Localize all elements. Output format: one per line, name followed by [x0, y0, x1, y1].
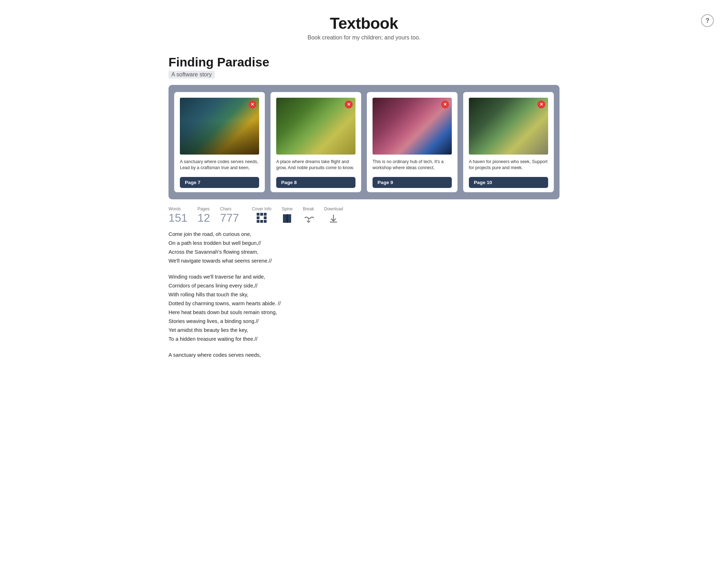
page-image-8: [276, 98, 355, 155]
words-value: 151: [168, 212, 187, 223]
page-badge-10[interactable]: Page 10: [469, 177, 548, 188]
page-description-9: This is no ordinary hub of tech, It's a …: [373, 159, 452, 174]
page-description-10: A haven for pioneers who seek, Support f…: [469, 159, 548, 174]
qr-cell: [264, 216, 267, 219]
app-subtitle: Book creation for my children; and yours…: [7, 34, 721, 41]
svg-rect-0: [283, 214, 287, 223]
cover-info-label: Cover Info: [252, 206, 271, 211]
close-button-10[interactable]: ✕: [537, 101, 545, 108]
stat-chars: Chars 777: [220, 206, 239, 223]
page-image-wrapper-8: ✕: [276, 98, 355, 155]
page-image-wrapper-7: ✕: [180, 98, 259, 155]
poem-section: Come join the road, oh curious one, On a…: [168, 230, 560, 360]
page-image-9: [373, 98, 452, 155]
page-image-wrapper-10: ✕: [469, 98, 548, 155]
poem-stanza-2: Winding roads we'll traverse far and wid…: [168, 273, 560, 344]
page-card-7: ✕ A sanctuary where codes serves needs, …: [174, 92, 265, 192]
header: Textbook Book creation for my children; …: [0, 0, 728, 48]
main-content: Finding Paradise A software story ✕ A sa…: [154, 55, 574, 360]
book-subtitle: A software story: [168, 71, 215, 79]
qr-cell: [257, 213, 259, 216]
pages-grid: ✕ A sanctuary where codes serves needs, …: [168, 85, 560, 199]
close-button-9[interactable]: ✕: [441, 101, 449, 108]
page-badge-8[interactable]: Page 8: [276, 177, 355, 188]
page-badge-9[interactable]: Page 9: [373, 177, 452, 188]
stat-pages: Pages 12: [197, 206, 210, 223]
qr-cell: [264, 220, 267, 223]
qr-cell: [257, 220, 259, 223]
break-icon: [303, 213, 314, 224]
download-button[interactable]: Download: [324, 206, 343, 224]
close-button-7[interactable]: ✕: [248, 101, 256, 108]
book-title: Finding Paradise: [168, 55, 560, 69]
page-description-7: A sanctuary where codes serves needs, Le…: [180, 159, 259, 174]
page-image-wrapper-9: ✕: [373, 98, 452, 155]
close-button-8[interactable]: ✕: [345, 101, 353, 108]
qr-cell: [260, 213, 263, 216]
page-image-10: [469, 98, 548, 155]
page-card-10: ✕ A haven for pioneers who seek, Support…: [463, 92, 554, 192]
break-button[interactable]: Break: [303, 206, 314, 224]
words-label: Words: [168, 206, 181, 211]
cover-info-button[interactable]: Cover Info: [252, 206, 271, 223]
svg-rect-2: [287, 214, 288, 223]
pages-label: Pages: [197, 206, 209, 211]
download-icon: [328, 213, 339, 224]
qr-cell: [260, 220, 263, 223]
help-button[interactable]: ?: [701, 14, 714, 27]
qr-cell: [264, 213, 267, 216]
poem-stanza-1: Come join the road, oh curious one, On a…: [168, 230, 560, 265]
page-description-8: A place where dreams take flight and gro…: [276, 159, 355, 174]
qr-cell: [257, 216, 259, 219]
pages-value: 12: [197, 212, 210, 223]
spine-button[interactable]: Spine: [282, 206, 293, 224]
app-title: Textbook: [7, 14, 721, 32]
download-label: Download: [324, 206, 343, 211]
page-badge-7[interactable]: Page 7: [180, 177, 259, 188]
spine-label: Spine: [282, 206, 293, 211]
poem-stanza-3: A sanctuary where codes serves needs,: [168, 351, 560, 360]
book-icon: [282, 213, 293, 224]
stat-words: Words 151: [168, 206, 187, 223]
stats-bar: Words 151 Pages 12 Chars 777 Cover Info: [168, 206, 560, 224]
page-card-8: ✕ A place where dreams take flight and g…: [271, 92, 361, 192]
qr-cell: [260, 216, 263, 219]
break-label: Break: [303, 206, 314, 211]
chars-label: Chars: [220, 206, 231, 211]
page-card-9: ✕ This is no ordinary hub of tech, It's …: [367, 92, 457, 192]
qr-icon: [257, 213, 267, 223]
page-image-7: [180, 98, 259, 155]
chars-value: 777: [220, 212, 239, 223]
